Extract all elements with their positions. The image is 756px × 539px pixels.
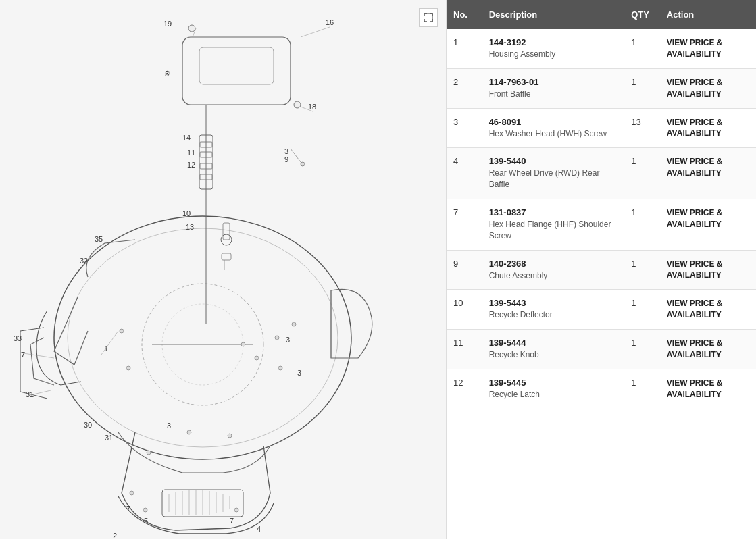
view-price-link[interactable]: VIEW PRICE & AVAILABILITY xyxy=(667,78,723,99)
part-description: Recycle Knob xyxy=(489,350,539,359)
label-7b: 7 xyxy=(126,505,130,513)
row-action[interactable]: VIEW PRICE & AVAILABILITY xyxy=(660,250,756,290)
table-row: 4139-5440Rear Wheel Drive (RWD) Rear Baf… xyxy=(447,148,756,199)
row-action[interactable]: VIEW PRICE & AVAILABILITY xyxy=(660,29,756,68)
view-price-link[interactable]: VIEW PRICE & AVAILABILITY xyxy=(667,118,723,138)
part-number: 131-0837 xyxy=(489,207,618,217)
label-31b: 31 xyxy=(105,434,113,442)
row-qty: 1 xyxy=(624,330,660,369)
part-description: Housing Assembly xyxy=(489,49,556,59)
view-price-link[interactable]: VIEW PRICE & AVAILABILITY xyxy=(667,259,723,280)
svg-point-34 xyxy=(255,356,259,360)
row-description: 131-0837Hex Head Flange (HHF) Shoulder S… xyxy=(482,199,625,250)
row-no: 3 xyxy=(447,108,482,148)
table-row: 12139-5445Recycle Latch1VIEW PRICE & AVA… xyxy=(447,369,756,409)
row-no: 10 xyxy=(447,290,482,330)
svg-point-27 xyxy=(292,322,296,326)
label-5: 5 xyxy=(144,517,148,525)
row-qty: 1 xyxy=(624,68,660,108)
part-number: 144-3192 xyxy=(489,37,618,47)
label-32: 32 xyxy=(80,257,88,265)
part-description: Front Baffle xyxy=(489,89,531,99)
part-number: 139-5443 xyxy=(489,298,618,308)
row-action[interactable]: VIEW PRICE & AVAILABILITY xyxy=(660,369,756,409)
label-7: 7 xyxy=(21,351,25,359)
row-qty: 1 xyxy=(624,250,660,290)
row-no: 11 xyxy=(447,330,482,369)
label-9: 9 xyxy=(284,155,288,163)
label-13: 13 xyxy=(186,223,194,231)
svg-point-35 xyxy=(130,491,134,495)
parts-table: No. Description QTY Action 1144-3192Hous… xyxy=(447,0,756,409)
row-action[interactable]: VIEW PRICE & AVAILABILITY xyxy=(660,148,756,199)
part-number: 139-5445 xyxy=(489,378,618,388)
table-row: 2114-7963-01Front Baffle1VIEW PRICE & AV… xyxy=(447,68,756,108)
label-7c: 7 xyxy=(230,517,234,525)
label-3c: 3 xyxy=(167,421,171,430)
row-qty: 1 xyxy=(624,148,660,199)
table-row: 1144-3192Housing Assembly1VIEW PRICE & A… xyxy=(447,29,756,68)
row-no: 4 xyxy=(447,148,482,199)
table-row: 10139-5443Recycle Deflector1VIEW PRICE &… xyxy=(447,290,756,330)
table-row: 9140-2368Chute Assembly1VIEW PRICE & AVA… xyxy=(447,250,756,290)
row-no: 12 xyxy=(447,369,482,409)
svg-point-28 xyxy=(120,329,124,333)
part-number: 46-8091 xyxy=(489,117,618,127)
row-action[interactable]: VIEW PRICE & AVAILABILITY xyxy=(660,330,756,369)
col-header-qty: QTY xyxy=(624,0,660,29)
part-description: Recycle Deflector xyxy=(489,310,553,319)
row-qty: 1 xyxy=(624,290,660,330)
row-qty: 13 xyxy=(624,108,660,148)
expand-button[interactable] xyxy=(419,8,438,27)
row-action[interactable]: VIEW PRICE & AVAILABILITY xyxy=(660,68,756,108)
row-description: 139-5444Recycle Knob xyxy=(482,330,625,369)
col-header-action: Action xyxy=(660,0,756,29)
table-row: 11139-5444Recycle Knob1VIEW PRICE & AVAI… xyxy=(447,330,756,369)
view-price-link[interactable]: VIEW PRICE & AVAILABILITY xyxy=(667,38,723,59)
label-35: 35 xyxy=(95,235,103,243)
svg-point-24 xyxy=(301,162,305,166)
svg-point-32 xyxy=(228,434,232,438)
row-no: 1 xyxy=(447,29,482,68)
label-12: 12 xyxy=(187,161,195,169)
label-3d: 3 xyxy=(286,336,290,344)
svg-point-20 xyxy=(188,25,195,32)
label-19: 19 xyxy=(163,20,172,28)
label-3a: 3 xyxy=(165,70,169,78)
part-number: 139-5444 xyxy=(489,338,618,348)
svg-point-30 xyxy=(187,430,191,434)
part-number: 140-2368 xyxy=(489,259,618,269)
part-description: Rear Wheel Drive (RWD) Rear Baffle xyxy=(489,168,600,189)
label-33: 33 xyxy=(14,334,22,342)
view-price-link[interactable]: VIEW PRICE & AVAILABILITY xyxy=(667,378,723,399)
parts-diagram: 16 19 3 18 3 14 11 12 13 10 35 32 1 33 7… xyxy=(0,0,446,539)
svg-point-31 xyxy=(147,451,151,455)
table-header-row: No. Description QTY Action xyxy=(447,0,756,29)
view-price-link[interactable]: VIEW PRICE & AVAILABILITY xyxy=(667,338,723,359)
label-30: 30 xyxy=(84,421,92,429)
label-11: 11 xyxy=(187,149,195,157)
svg-point-21 xyxy=(294,101,301,108)
part-description: Hex Head Flange (HHF) Shoulder Screw xyxy=(489,220,611,240)
view-price-link[interactable]: VIEW PRICE & AVAILABILITY xyxy=(667,208,723,229)
label-4: 4 xyxy=(257,525,261,533)
label-3b: 3 xyxy=(284,147,288,155)
part-number: 139-5440 xyxy=(489,156,618,166)
diagram-panel: 16 19 3 18 3 14 11 12 13 10 35 32 1 33 7… xyxy=(0,0,446,539)
row-qty: 1 xyxy=(624,29,660,68)
table-row: 346-8091Hex Washer Head (HWH) Screw13VIE… xyxy=(447,108,756,148)
svg-point-29 xyxy=(126,366,130,370)
row-no: 7 xyxy=(447,199,482,250)
row-qty: 1 xyxy=(624,199,660,250)
part-number: 114-7963-01 xyxy=(489,77,618,87)
view-price-link[interactable]: VIEW PRICE & AVAILABILITY xyxy=(667,299,723,319)
row-description: 139-5443Recycle Deflector xyxy=(482,290,625,330)
svg-rect-0 xyxy=(424,14,433,22)
row-action[interactable]: VIEW PRICE & AVAILABILITY xyxy=(660,290,756,330)
row-description: 114-7963-01Front Baffle xyxy=(482,68,625,108)
col-header-no: No. xyxy=(447,0,482,29)
row-action[interactable]: VIEW PRICE & AVAILABILITY xyxy=(660,199,756,250)
view-price-link[interactable]: VIEW PRICE & AVAILABILITY xyxy=(667,157,723,178)
row-action[interactable]: VIEW PRICE & AVAILABILITY xyxy=(660,108,756,148)
row-qty: 1 xyxy=(624,369,660,409)
